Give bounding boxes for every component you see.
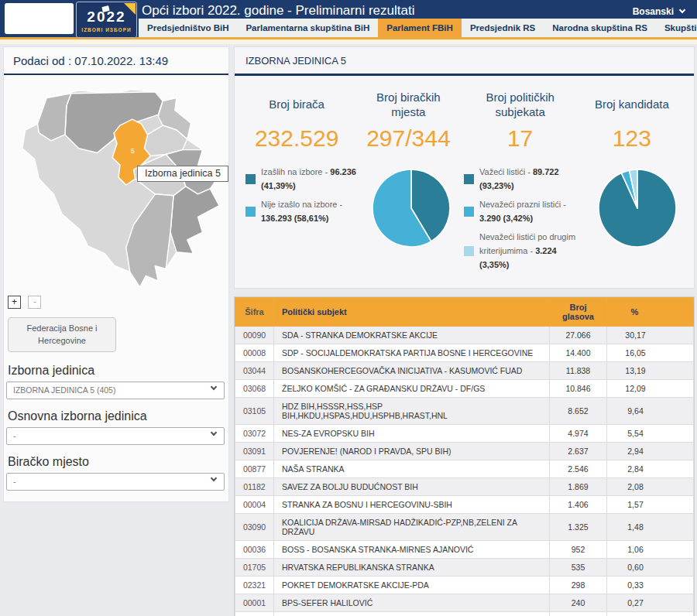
stat-broj-politi-kih-subjekata: Broj političkih subjekata17 (465, 88, 576, 152)
percent: 16,05 (607, 344, 694, 362)
percent: 0,33 (607, 577, 694, 594)
stat-broj-bira-kih-mjesta: Broj biračkih mjesta297/344 (352, 88, 464, 152)
tab-narodna-skup-tina-rs[interactable]: Narodna skupština RS (544, 19, 656, 37)
legend-swatch (464, 174, 474, 184)
legend-swatch (464, 207, 474, 217)
party-code: 00004 (235, 496, 274, 514)
select-izborna-jedinica[interactable]: IZBORNA JEDINICA 5 (405) (6, 382, 225, 399)
stat-value: 123 (576, 125, 688, 152)
votes: 952 (550, 541, 607, 559)
tab-predsjedni-tvo-bih[interactable]: Predsjedništvo BiH (139, 19, 237, 37)
cream-strip (0, 39, 697, 44)
party-code: 03091 (235, 443, 274, 460)
party-name: ŽELJKO KOMŠIĆ - ZA GRAĐANSKU DRŽAVU - DF… (274, 380, 550, 398)
legend-swatch (245, 174, 256, 184)
page-title: Opći izbori 2022. godine - Preliminarni … (142, 3, 414, 19)
map-tooltip: Izborna jedinica 5 (137, 166, 228, 182)
votes: 1.406 (550, 496, 607, 514)
votes: 27.066 (550, 327, 607, 344)
party-name: BOSS - BOSANSKA STRANKA-MIRNES AJANOVIĆ (274, 541, 550, 559)
ballots-pie-chart (589, 166, 685, 254)
filter-label-bira-ko-mjesto: Biračko mjesto (8, 455, 225, 469)
chevron-down-icon (211, 383, 217, 389)
votes: 4.974 (550, 425, 607, 443)
stat-value: 297/344 (352, 125, 464, 152)
chevron-down-icon (211, 429, 217, 435)
stat-label: Broj političkih subjekata (465, 88, 576, 121)
map-zoom-controls: + - (8, 294, 228, 309)
map-region[interactable] (170, 187, 219, 254)
tab-predsjednik-rs[interactable]: Predsjednik RS (462, 19, 544, 37)
tab-skup-tine-kantona-u-fbih[interactable]: Skupštine kantona u FBiH (656, 19, 697, 37)
zoom-in-button[interactable]: + (8, 296, 21, 309)
party-code: 03105 (235, 398, 274, 425)
language-label: Bosanski (633, 6, 674, 17)
percent: 0,60 (607, 559, 694, 577)
legend-text: Važeći listići - 89.722 (93,23%) (479, 166, 586, 193)
select-value-izborna-jedinica: IZBORNA JEDINICA 5 (405) (13, 385, 115, 395)
table-row: 03091POVJERENJE! (NAROD I PRAVDA, SPU BI… (235, 443, 694, 460)
select-value-bira-ko-mjesto: - (13, 477, 16, 486)
select-value-osnovna-izborna-jedinica: - (13, 431, 16, 440)
party-name: SDP - SOCIJALDEMOKRATSKA PARTIJA BOSNE I… (274, 344, 550, 362)
filter-label-osnovna-izborna-jedinica: Osnovna izborna jedinica (8, 409, 225, 423)
turnout-pie-chart (363, 166, 459, 254)
table-row: 00004STRANKA ZA BOSNU I HERCEGOVINU-SBIH… (235, 496, 694, 514)
party-code: 03044 (235, 362, 274, 380)
table-row: 03072NES-ZA EVROPSKU BIH4.9745,54 (235, 425, 694, 443)
map-region-number: 5 (131, 147, 135, 155)
stat-label: Broj biračkih mjesta (352, 88, 464, 121)
votes: 2.637 (550, 443, 607, 460)
data-timestamp: Podaci od : 07.10.2022. 13:49 (4, 47, 228, 75)
tab-parlamentarna-skup-tina-bih[interactable]: Parlamentarna skupština BiH (237, 19, 378, 37)
zoom-out-button[interactable]: - (28, 296, 41, 309)
table-row: 00036BOSS - BOSANSKA STRANKA-MIRNES AJAN… (235, 541, 694, 559)
party-name: POKRET DEMOKRATSKE AKCIJE-PDA (274, 577, 550, 594)
stat-label: Broj birača (241, 88, 352, 121)
table-row: 02321POKRET DEMOKRATSKE AKCIJE-PDA2980,3… (235, 577, 694, 594)
party-name: STRANKA ZA BOSNU I HERCEGOVINU-SBIH (274, 496, 550, 514)
results-panel: IZBORNA JEDINICA 5 Broj birača232.529Bro… (234, 46, 695, 289)
tab-bar: Predsjedništvo BiHParlamentarna skupštin… (139, 19, 697, 37)
party-name: BPS-SEFER HALILOVIĆ (274, 594, 550, 612)
party-name: POVJERENJE! (NAROD I PRAVDA, SPU BIH) (274, 443, 550, 460)
legend-text: Izašlih na izbore - 96.236 (41,39%) (261, 166, 360, 193)
percent: 2,94 (607, 443, 694, 460)
entity-button[interactable]: Federacija Bosne i Hercegovine (8, 317, 116, 352)
flag-icon (124, 3, 136, 15)
language-selector[interactable]: Bosanski (633, 6, 685, 17)
legend-item-neva-e-i-prazni-listi-i: Nevažeći prazni listići - 3.290 (3,42%) (464, 198, 586, 225)
table-row: 03090KOALICIJA DRŽAVA-MIRSAD HADŽIKADIĆ-… (235, 514, 694, 541)
table-row: 00008SDP - SOCIJALDEMOKRATSKA PARTIJA BO… (235, 344, 694, 362)
party-code: 01182 (235, 478, 274, 496)
party-code: 01705 (235, 559, 274, 577)
party-code: 03090 (235, 514, 274, 541)
legend-item-neva-e-i-listi-i-po-drugim-kriterijumima: Nevažeći listići po drugim kriterijumima… (464, 231, 586, 272)
votes: 11.838 (550, 362, 607, 380)
stat-broj-kandidata: Broj kandidata123 (576, 88, 688, 152)
legend-text: Nevažeći listići po drugim kriterijumima… (479, 231, 586, 272)
turnout-legend: Izašlih na izbore - 96.236 (41,39%)Nije … (245, 166, 360, 231)
table-row: 01182SAVEZ ZA BOLJU BUDUĆNOST BIH1.8692,… (235, 478, 694, 496)
select-bira-ko-mjesto[interactable]: - (6, 473, 225, 491)
select-osnovna-izborna-jedinica[interactable]: - (6, 427, 225, 445)
tab-parlament-fbih[interactable]: Parlament FBiH (378, 19, 462, 37)
table-row: 00090SDA - STRANKA DEMOKRATSKE AKCIJE27.… (235, 327, 694, 344)
percent: 13,19 (607, 362, 694, 380)
percent: 1,57 (607, 496, 694, 514)
party-code: 02321 (235, 577, 274, 594)
party-name: BOSANSKOHERCEGOVAČKA INICIJATIVA - KASUM… (274, 362, 550, 380)
stat-label: Broj kandidata (576, 88, 688, 121)
table-row: 03105HDZ BIH,HSSSR,HSS,HSP BIH,HKDU,HSPA… (235, 398, 694, 425)
table-row: 00877NAŠA STRANKA2.5462,84 (235, 460, 694, 478)
party-name: SDA - STRANKA DEMOKRATSKE AKCIJE (274, 327, 550, 344)
page: 2022 IZBORI ИЗБОРИ Opći izbori 2022. god… (0, 0, 697, 616)
percent: 12,09 (607, 380, 694, 398)
votes: 14.400 (550, 344, 607, 362)
header-white-box (5, 3, 74, 34)
party-code: 03072 (235, 425, 274, 443)
legend-text: Nevažeći prazni listići - 3.290 (3,42%) (479, 198, 586, 225)
party-name: NARODNA STRANKA "RADOM ZA BOLJITAK" (274, 612, 550, 616)
filters: Izborna jedinicaIZBORNA JEDINICA 5 (405)… (4, 352, 228, 491)
votes: 240 (550, 594, 607, 612)
